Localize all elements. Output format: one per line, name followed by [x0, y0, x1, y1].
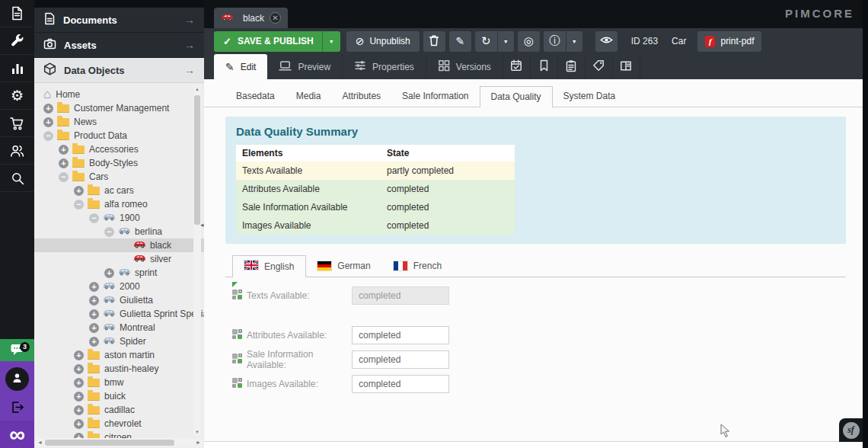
horizontal-scroll-thumb[interactable]: [45, 440, 174, 446]
expand-icon[interactable]: +: [43, 117, 53, 127]
dependencies-button[interactable]: [613, 54, 640, 79]
tab-properties[interactable]: Properties: [343, 54, 426, 79]
tree-item-black[interactable]: black: [34, 238, 204, 252]
collapse-icon[interactable]: −: [74, 200, 84, 210]
schedule-button[interactable]: [503, 54, 531, 79]
info-button[interactable]: ⓘ: [544, 31, 566, 52]
accordion-header-documents[interactable]: Documents→: [34, 8, 204, 33]
locate-in-tree-button[interactable]: ◎: [518, 31, 540, 52]
collapse-icon[interactable]: −: [43, 131, 53, 141]
vertical-scroll-thumb[interactable]: [194, 95, 200, 225]
tree-item-home[interactable]: ⌂Home: [34, 88, 204, 101]
notifications-button[interactable]: 3: [0, 339, 34, 361]
field-input[interactable]: completed: [352, 286, 449, 305]
language-tab-french[interactable]: French: [382, 256, 453, 277]
tree-item-news[interactable]: +News: [34, 115, 204, 129]
expand-icon[interactable]: +: [59, 145, 69, 155]
reload-button[interactable]: ↻: [475, 31, 497, 52]
info-dropdown-caret[interactable]: ▼: [566, 31, 582, 52]
scroll-right-arrow[interactable]: ►: [196, 440, 201, 445]
reports-button[interactable]: [558, 54, 586, 79]
collapse-icon[interactable]: −: [89, 213, 99, 223]
users-icon[interactable]: [0, 137, 34, 165]
tab-media[interactable]: Media: [286, 86, 332, 107]
settings-icon[interactable]: ⚙: [0, 82, 34, 110]
field-input[interactable]: completed: [352, 326, 449, 344]
language-tab-english[interactable]: English: [232, 255, 306, 277]
tree-vertical-scrollbar[interactable]: ▲ ▼: [193, 85, 201, 436]
field-input[interactable]: completed: [352, 375, 449, 393]
tree-item-product-data[interactable]: −Product Data: [34, 129, 204, 142]
tree-item-montreal[interactable]: +Montreal: [34, 321, 204, 334]
expand-icon[interactable]: +: [74, 419, 84, 429]
expand-icon[interactable]: +: [59, 158, 69, 168]
tree-item-ac-cars[interactable]: +ac cars: [34, 184, 204, 197]
delete-button[interactable]: [423, 31, 445, 52]
tree-item-body-styles[interactable]: +Body-Styles: [34, 156, 204, 170]
tree-item-2000[interactable]: +2000: [34, 280, 204, 293]
tree-item-berlina[interactable]: −berlina: [34, 225, 204, 238]
accordion-header-assets[interactable]: Assets→: [34, 33, 204, 58]
tree-item-cadillac[interactable]: +cadillac: [34, 403, 204, 417]
tools-icon[interactable]: [0, 27, 34, 55]
expand-icon[interactable]: +: [43, 104, 53, 114]
tree-item-spider[interactable]: +Spider: [34, 334, 204, 348]
expand-icon[interactable]: +: [89, 309, 99, 319]
panel-collapse-handle[interactable]: ◂: [200, 216, 206, 233]
tree-item-accessories[interactable]: +Accessories: [34, 142, 204, 156]
tab-system-data[interactable]: System Data: [553, 86, 627, 107]
tree-item-bmw[interactable]: +bmw: [34, 376, 204, 389]
expand-icon[interactable]: +: [74, 378, 84, 388]
save-publish-button[interactable]: ✓ SAVE & PUBLISH ▼: [214, 31, 340, 52]
documents-icon[interactable]: [0, 0, 34, 27]
language-tab-german[interactable]: German: [306, 256, 381, 277]
tree-item-sprint[interactable]: +sprint: [34, 266, 204, 280]
expand-icon[interactable]: +: [74, 350, 84, 360]
user-avatar[interactable]: [0, 361, 34, 396]
tab-basedata[interactable]: Basedata: [225, 86, 286, 107]
tree-item-buick[interactable]: +buick: [34, 389, 204, 403]
collapse-icon[interactable]: −: [59, 172, 69, 182]
open-preview-button[interactable]: [595, 31, 617, 52]
reload-dropdown-caret[interactable]: ▼: [498, 31, 514, 52]
expand-icon[interactable]: +: [74, 433, 84, 439]
ecommerce-icon[interactable]: [0, 110, 34, 137]
tags-button[interactable]: [586, 54, 613, 79]
save-dropdown-caret[interactable]: ▼: [322, 31, 340, 52]
expand-icon[interactable]: +: [74, 186, 84, 196]
tree-item-aston-martin[interactable]: +aston martin: [34, 348, 204, 362]
tree-item-chevrolet[interactable]: +chevrolet: [34, 417, 204, 430]
tree-item-customer-management[interactable]: +Customer Management: [34, 101, 204, 115]
tab-versions[interactable]: Versions: [426, 54, 503, 79]
tab-black[interactable]: black ✕: [214, 8, 288, 28]
field-input[interactable]: completed: [352, 350, 449, 369]
expand-icon[interactable]: +: [89, 323, 99, 333]
logout-button[interactable]: [0, 396, 34, 421]
accordion-header-data-objects[interactable]: Data Objects→: [34, 58, 204, 83]
close-tab-icon[interactable]: ✕: [270, 12, 281, 24]
tab-edit[interactable]: ✎Edit: [214, 54, 267, 79]
notes-events-button[interactable]: [531, 54, 558, 79]
tree-item-giulietta[interactable]: +Giulietta: [34, 293, 204, 307]
tab-attributes[interactable]: Attributes: [331, 86, 391, 107]
tree-horizontal-scrollbar[interactable]: ◄ ►: [36, 438, 203, 447]
collapse-icon[interactable]: −: [104, 227, 114, 237]
scroll-left-arrow[interactable]: ◄: [37, 440, 43, 445]
expand-icon[interactable]: +: [104, 268, 114, 278]
tree-item-cars[interactable]: −Cars: [34, 170, 204, 184]
tree-item-1900[interactable]: −1900: [34, 211, 204, 225]
print-pdf-button[interactable]: f print-pdf: [697, 31, 761, 52]
scroll-up-arrow[interactable]: ▲: [193, 87, 201, 91]
expand-icon[interactable]: +: [74, 405, 84, 415]
tree-item-austin-healey[interactable]: +austin-healey: [34, 362, 204, 376]
expand-icon[interactable]: +: [74, 392, 84, 402]
scroll-down-arrow[interactable]: ▼: [193, 430, 201, 434]
tree-item-alfa-romeo[interactable]: −alfa romeo: [34, 197, 204, 211]
reports-icon[interactable]: [0, 55, 34, 82]
expand-icon[interactable]: +: [89, 296, 99, 306]
expand-icon[interactable]: +: [74, 364, 84, 374]
tab-sale-information[interactable]: Sale Information: [391, 86, 479, 107]
symfony-profiler-badge[interactable]: sf: [839, 418, 863, 442]
unpublish-button[interactable]: ⊘ Unpublish: [346, 31, 420, 52]
tab-data-quality[interactable]: Data Quality: [480, 86, 553, 107]
